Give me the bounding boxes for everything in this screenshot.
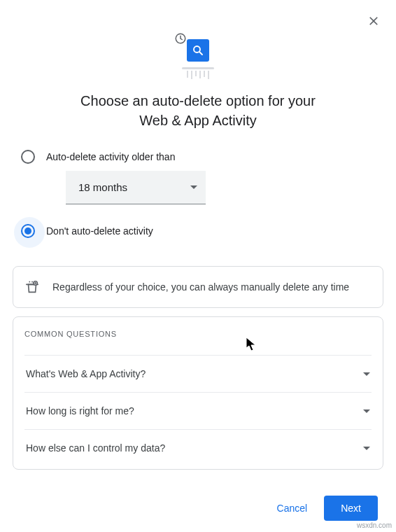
magnifier-icon xyxy=(192,44,204,57)
svg-line-2 xyxy=(199,52,202,55)
option-auto-delete[interactable]: Auto-delete activity older than xyxy=(21,150,383,164)
duration-value: 18 months xyxy=(78,181,127,193)
question-label: How long is right for me? xyxy=(26,405,134,416)
common-questions-title: COMMON QUESTIONS xyxy=(24,330,372,338)
caret-down-icon xyxy=(363,372,370,376)
magnifier-tile xyxy=(187,39,209,62)
option-dont-delete[interactable]: Don't auto-delete activity xyxy=(21,224,383,238)
title-line-2: Web & App Activity xyxy=(139,113,257,128)
caret-down-icon xyxy=(190,186,197,189)
option-dont-delete-label: Don't auto-delete activity xyxy=(46,225,153,237)
option-auto-delete-label: Auto-delete activity older than xyxy=(46,151,175,162)
hero-section: Choose an auto-delete option for your We… xyxy=(0,0,396,130)
auto-delete-illustration xyxy=(177,35,219,74)
question-label: What's Web & App Activity? xyxy=(26,368,146,379)
watermark: wsxdn.com xyxy=(357,522,392,529)
close-button[interactable] xyxy=(364,11,383,34)
duration-dropdown[interactable]: 18 months xyxy=(66,171,206,204)
close-icon xyxy=(367,14,381,28)
question-whats-activity[interactable]: What's Web & App Activity? xyxy=(24,355,372,392)
clock-icon xyxy=(174,32,187,45)
radio-dont-delete[interactable] xyxy=(21,224,35,238)
common-questions-card: COMMON QUESTIONS What's Web & App Activi… xyxy=(13,316,383,470)
caret-down-icon xyxy=(363,447,370,450)
dialog-title: Choose an auto-delete option for your We… xyxy=(80,91,316,130)
caret-down-icon xyxy=(363,410,370,413)
dialog-footer: Cancel Next xyxy=(266,496,378,521)
question-how-long[interactable]: How long is right for me? xyxy=(24,392,372,429)
radio-auto-delete[interactable] xyxy=(21,150,35,164)
info-card: Regardless of your choice, you can alway… xyxy=(13,266,383,308)
options-section: Auto-delete activity older than 18 month… xyxy=(0,130,396,238)
question-control-data[interactable]: How else can I control my data? xyxy=(24,429,372,466)
info-text: Regardless of your choice, you can alway… xyxy=(52,281,349,293)
shredder-icon xyxy=(184,67,212,80)
question-label: How else can I control my data? xyxy=(26,442,165,454)
title-line-1: Choose an auto-delete option for your xyxy=(80,93,316,108)
manual-delete-icon xyxy=(24,279,40,295)
cancel-button[interactable]: Cancel xyxy=(266,496,319,521)
next-button[interactable]: Next xyxy=(324,496,378,521)
